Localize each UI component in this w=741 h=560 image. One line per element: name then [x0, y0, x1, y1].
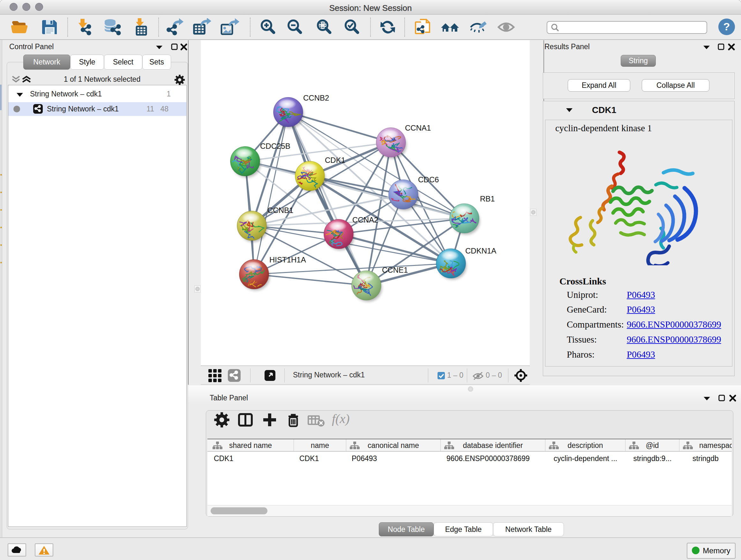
svg-text:RB1: RB1: [480, 194, 495, 203]
svg-text:CDC6: CDC6: [418, 175, 439, 184]
svg-text:CCNE1: CCNE1: [382, 266, 408, 274]
svg-text:CCNB2: CCNB2: [303, 94, 329, 102]
svg-text:CDKN1A: CDKN1A: [465, 246, 496, 255]
svg-text:CCNA1: CCNA1: [405, 124, 431, 132]
svg-text:CCNB1: CCNB1: [267, 206, 293, 214]
svg-text:HIST1H1A: HIST1H1A: [269, 255, 306, 264]
svg-text:CDK1: CDK1: [325, 156, 345, 165]
svg-text:CCNA2: CCNA2: [352, 215, 378, 224]
svg-text:CDC25B: CDC25B: [260, 142, 290, 150]
